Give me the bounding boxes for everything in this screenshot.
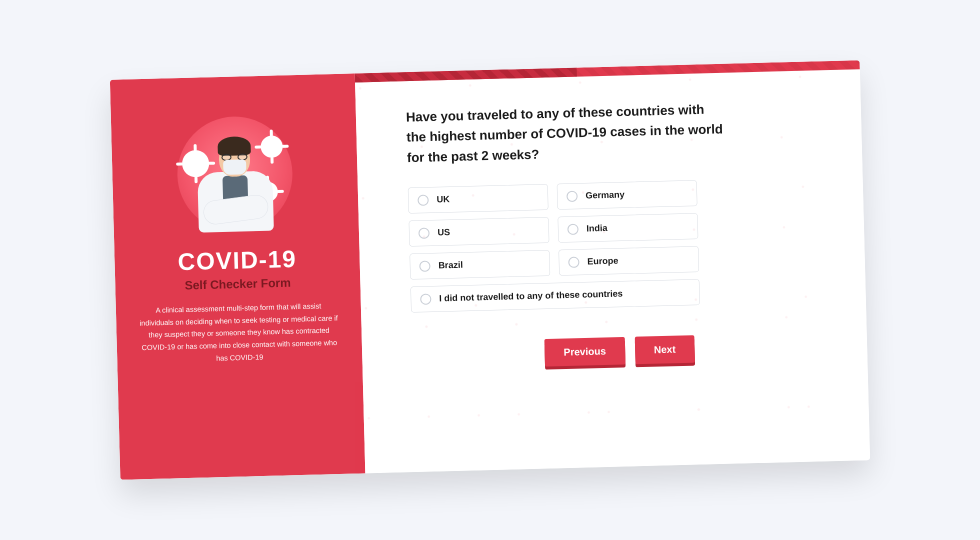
option-brazil[interactable]: Brazil: [410, 250, 550, 280]
sidebar-subtitle: Self Checker Form: [184, 276, 291, 292]
option-label: India: [586, 223, 608, 234]
doctor-icon: [194, 130, 276, 232]
progress-bar: [355, 60, 860, 82]
doctor-illustration: [176, 115, 294, 233]
question-text: Have you traveled to any of these countr…: [406, 99, 727, 168]
option-uk[interactable]: UK: [408, 184, 548, 214]
option-germany[interactable]: Germany: [557, 180, 698, 210]
option-label: US: [438, 227, 450, 238]
next-button[interactable]: Next: [634, 335, 695, 364]
option-label: I did not travelled to any of these coun…: [439, 288, 622, 304]
sidebar-title: COVID-19: [178, 245, 297, 276]
radio-icon: [420, 294, 432, 305]
radio-icon: [419, 260, 430, 272]
radio-icon: [568, 224, 579, 235]
radio-icon: [566, 190, 578, 202]
previous-button[interactable]: Previous: [544, 337, 626, 366]
option-label: UK: [436, 194, 450, 205]
option-label: Brazil: [438, 260, 463, 271]
sidebar-description: A clinical assessment multi-step form th…: [138, 300, 340, 366]
form-card: COVID-19 Self Checker Form A clinical as…: [110, 60, 870, 480]
sidebar-panel: COVID-19 Self Checker Form A clinical as…: [110, 74, 366, 480]
radio-icon: [418, 228, 430, 239]
form-panel: Have you traveled to any of these countr…: [355, 60, 870, 474]
options-grid: UK Germany US India Brazil Europe: [408, 176, 826, 312]
option-label: Germany: [586, 190, 625, 201]
option-india[interactable]: India: [558, 213, 698, 242]
option-europe[interactable]: Europe: [558, 246, 699, 276]
option-none[interactable]: I did not travelled to any of these coun…: [410, 279, 700, 312]
option-label: Europe: [587, 256, 618, 268]
option-us[interactable]: US: [408, 217, 549, 246]
radio-icon: [418, 194, 429, 206]
radio-icon: [568, 256, 580, 268]
nav-buttons: Previous Next: [412, 332, 828, 370]
